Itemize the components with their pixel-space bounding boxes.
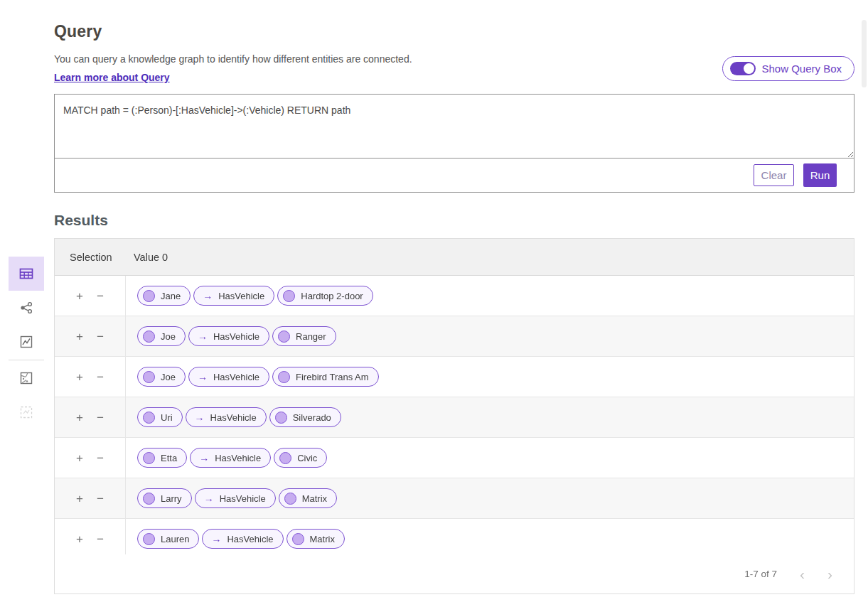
edge-chip[interactable]: → HasVehicle bbox=[202, 529, 283, 549]
value-cell: Uri → HasVehicle Silverado bbox=[126, 407, 341, 427]
results-area: Selection Value 0 + − Jane → bbox=[54, 238, 854, 594]
node-icon bbox=[143, 493, 155, 505]
edge-chip[interactable]: → HasVehicle bbox=[188, 326, 269, 346]
chart-view-button[interactable] bbox=[9, 325, 44, 359]
view-switcher bbox=[9, 257, 44, 429]
rail-divider bbox=[9, 360, 44, 360]
selection-cell: + − bbox=[55, 316, 126, 356]
table-row: + − Joe → HasVehicle bbox=[55, 357, 854, 397]
graph-icon bbox=[18, 299, 35, 316]
remove-from-selection-button[interactable]: − bbox=[95, 532, 105, 547]
arrow-right-icon: → bbox=[211, 534, 221, 544]
table-icon bbox=[18, 265, 35, 282]
graph-view-button[interactable] bbox=[9, 291, 44, 325]
run-button[interactable]: Run bbox=[803, 163, 837, 187]
node-icon bbox=[278, 371, 290, 383]
target-node-chip[interactable]: Matrix bbox=[286, 529, 345, 549]
arrow-right-icon: → bbox=[198, 331, 208, 341]
query-description: You can query a knowledge graph to ident… bbox=[54, 53, 412, 65]
add-to-selection-button[interactable]: + bbox=[75, 289, 85, 304]
learn-more-link[interactable]: Learn more about Query bbox=[54, 72, 170, 83]
table-row: + − Joe → HasVehicle bbox=[55, 316, 854, 357]
value-cell: Joe → HasVehicle Ranger bbox=[126, 326, 336, 346]
table-body[interactable]: + − Jane → HasVehicle bbox=[55, 276, 854, 554]
node-icon bbox=[284, 493, 296, 505]
previous-page-button[interactable]: ‹ bbox=[800, 566, 805, 581]
arrow-right-icon: → bbox=[203, 291, 213, 301]
source-node-chip[interactable]: Lauren bbox=[137, 529, 199, 549]
table-header: Selection Value 0 bbox=[55, 239, 854, 276]
value-cell: Larry → HasVehicle Matrix bbox=[126, 488, 337, 508]
results-table: Selection Value 0 + − Jane → bbox=[54, 238, 854, 594]
query-input[interactable]: MATCH path = (:Person)-[:HasVehicle]->(:… bbox=[55, 95, 854, 159]
source-node-chip[interactable]: Joe bbox=[137, 367, 186, 387]
node-icon bbox=[143, 371, 155, 383]
column-header-value0: Value 0 bbox=[126, 252, 168, 263]
page-scrollbar[interactable] bbox=[862, 20, 867, 87]
node-icon bbox=[143, 331, 155, 343]
table-row: + − Uri → HasVehicle bbox=[55, 397, 854, 438]
next-page-button[interactable]: › bbox=[827, 566, 832, 581]
arrow-right-icon: → bbox=[195, 412, 205, 422]
add-to-selection-button[interactable]: + bbox=[75, 491, 85, 506]
add-to-selection-button[interactable]: + bbox=[75, 410, 85, 425]
target-node-chip[interactable]: Firebird Trans Am bbox=[272, 367, 379, 387]
node-icon bbox=[292, 533, 304, 545]
selection-cell: + − bbox=[55, 357, 126, 397]
show-query-box-toggle[interactable]: Show Query Box bbox=[722, 56, 854, 81]
add-to-selection-button[interactable]: + bbox=[75, 451, 85, 466]
page-title: Query bbox=[54, 0, 854, 41]
table-view-button[interactable] bbox=[9, 257, 44, 291]
map-view-button[interactable] bbox=[9, 361, 44, 395]
node-icon bbox=[283, 290, 295, 302]
remove-from-selection-button[interactable]: − bbox=[95, 329, 105, 344]
edge-chip[interactable]: → HasVehicle bbox=[186, 407, 267, 427]
table-row: + − Lauren → HasVehicle bbox=[55, 519, 854, 554]
query-intro-row: You can query a knowledge graph to ident… bbox=[54, 53, 854, 84]
remove-from-selection-button[interactable]: − bbox=[95, 410, 105, 425]
remove-from-selection-button[interactable]: − bbox=[95, 370, 105, 385]
clear-button[interactable]: Clear bbox=[754, 164, 794, 186]
source-node-chip[interactable]: Uri bbox=[137, 407, 183, 427]
table-row: + − Larry → HasVehicle bbox=[55, 478, 854, 519]
add-to-selection-button[interactable]: + bbox=[75, 329, 85, 344]
target-node-chip[interactable]: Civic bbox=[274, 448, 327, 468]
node-icon bbox=[143, 452, 155, 464]
selection-cell: + − bbox=[55, 438, 126, 478]
pagination-range: 1-7 of 7 bbox=[744, 569, 777, 579]
query-actions: Clear Run bbox=[55, 159, 854, 192]
source-node-chip[interactable]: Larry bbox=[137, 488, 192, 508]
target-node-chip[interactable]: Ranger bbox=[272, 326, 336, 346]
table-row: + − Etta → HasVehicle bbox=[55, 438, 854, 478]
edge-chip[interactable]: → HasVehicle bbox=[195, 488, 276, 508]
node-icon bbox=[275, 412, 287, 424]
source-node-chip[interactable]: Jane bbox=[137, 286, 191, 306]
remove-from-selection-button[interactable]: − bbox=[95, 491, 105, 506]
target-node-chip[interactable]: Hardtop 2-door bbox=[277, 286, 373, 306]
source-node-chip[interactable]: Etta bbox=[137, 448, 187, 468]
chart-icon bbox=[18, 333, 35, 350]
source-node-chip[interactable]: Joe bbox=[137, 326, 186, 346]
edge-chip[interactable]: → HasVehicle bbox=[190, 448, 271, 468]
target-node-chip[interactable]: Silverado bbox=[269, 407, 341, 427]
node-icon bbox=[143, 412, 155, 424]
add-to-selection-button[interactable]: + bbox=[75, 532, 85, 547]
edge-chip[interactable]: → HasVehicle bbox=[188, 367, 269, 387]
value-cell: Jane → HasVehicle Hardtop 2-door bbox=[126, 286, 373, 306]
edge-chip[interactable]: → HasVehicle bbox=[193, 286, 274, 306]
raw-view-icon bbox=[18, 404, 35, 421]
value-cell: Joe → HasVehicle Firebird Trans Am bbox=[126, 367, 379, 387]
add-to-selection-button[interactable]: + bbox=[75, 370, 85, 385]
query-panel: MATCH path = (:Person)-[:HasVehicle]->(:… bbox=[54, 94, 854, 193]
results-title: Results bbox=[54, 212, 854, 229]
arrow-right-icon: → bbox=[198, 372, 208, 382]
raw-view-button[interactable] bbox=[9, 395, 44, 429]
table-footer: 1-7 of 7 ‹ › bbox=[55, 554, 854, 593]
value-cell: Lauren → HasVehicle Matrix bbox=[126, 529, 345, 549]
node-icon bbox=[278, 331, 290, 343]
node-icon bbox=[143, 290, 155, 302]
target-node-chip[interactable]: Matrix bbox=[279, 488, 337, 508]
remove-from-selection-button[interactable]: − bbox=[95, 451, 105, 466]
remove-from-selection-button[interactable]: − bbox=[95, 289, 105, 304]
selection-cell: + − bbox=[55, 519, 126, 554]
